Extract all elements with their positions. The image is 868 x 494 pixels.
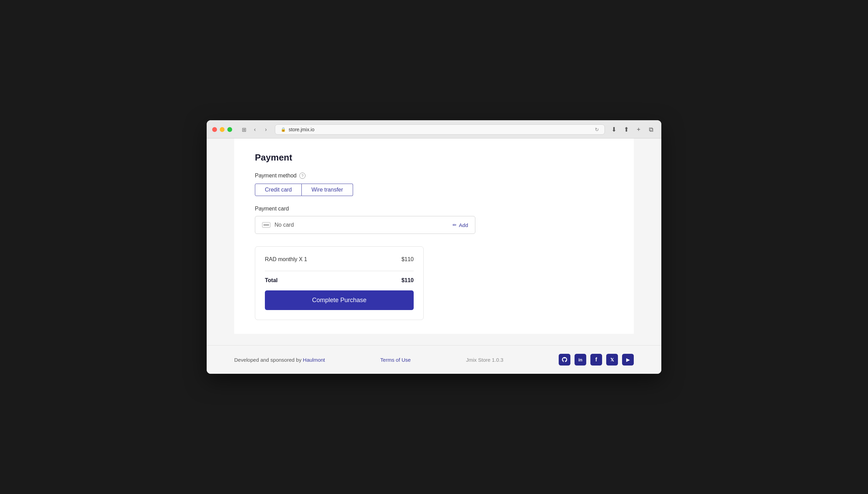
page-title: Payment [255, 152, 613, 163]
download-button[interactable]: ⬇ [609, 125, 619, 134]
version-text: Jmix Store 1.0.3 [466, 357, 503, 363]
order-item-name: RAD monthly X 1 [265, 256, 307, 263]
maximize-button[interactable] [227, 127, 232, 132]
payment-card-label: Payment card [255, 206, 613, 212]
new-tab-button[interactable]: + [634, 125, 643, 134]
order-summary: RAD monthly X 1 $110 Total $110 Complete… [255, 246, 424, 320]
traffic-lights [212, 127, 232, 132]
twitter-icon[interactable]: 𝕏 [606, 354, 618, 366]
payment-method-section: Payment method ? [255, 173, 613, 179]
browser-toolbar: ⊞ ‹ › 🔒 store.jmix.io ↻ ⬇ ⬆ + ⧉ [212, 124, 656, 135]
youtube-icon[interactable]: ▶ [622, 354, 634, 366]
complete-purchase-button[interactable]: Complete Purchase [265, 290, 414, 310]
card-selector-left: No card [262, 222, 294, 228]
tab-wire-transfer[interactable]: Wire transfer [302, 184, 353, 196]
sponsor-link[interactable]: Haulmont [303, 357, 325, 363]
browser-nav: ⊞ ‹ › [239, 125, 271, 134]
url-bar[interactable]: 🔒 store.jmix.io ↻ [275, 124, 605, 135]
order-divider [265, 271, 414, 271]
linkedin-icon[interactable]: in [575, 354, 586, 366]
payment-method-label: Payment method [255, 173, 297, 179]
facebook-icon[interactable]: f [590, 354, 602, 366]
payment-tabs: Credit card Wire transfer [255, 184, 613, 196]
sidebar-toggle-button[interactable]: ⊞ [239, 125, 249, 134]
close-button[interactable] [212, 127, 217, 132]
help-icon[interactable]: ? [299, 173, 306, 179]
browser-actions: ⬇ ⬆ + ⧉ [609, 125, 656, 134]
no-card-text: No card [275, 222, 294, 228]
url-text: store.jmix.io [289, 127, 314, 132]
add-card-button[interactable]: ✏ Add [453, 222, 468, 228]
footer-left: Developed and sponsored by Haulmont [234, 357, 325, 363]
order-total: Total $110 [265, 277, 414, 284]
footer: Developed and sponsored by Haulmont Term… [207, 345, 661, 374]
order-item: RAD monthly X 1 $110 [265, 256, 414, 271]
browser-chrome: ⊞ ‹ › 🔒 store.jmix.io ↻ ⬇ ⬆ + ⧉ [207, 120, 661, 138]
tabs-button[interactable]: ⧉ [646, 125, 656, 134]
share-button[interactable]: ⬆ [621, 125, 631, 134]
minimize-button[interactable] [220, 127, 225, 132]
tab-credit-card[interactable]: Credit card [255, 184, 302, 196]
total-price: $110 [401, 277, 414, 284]
page-content: Payment Payment method ? Credit card Wir… [207, 138, 661, 345]
svg-rect-0 [264, 224, 269, 226]
developed-text: Developed and sponsored by [234, 357, 301, 363]
back-button[interactable]: ‹ [250, 125, 260, 134]
lock-icon: 🔒 [281, 127, 286, 132]
forward-button[interactable]: › [261, 125, 271, 134]
order-item-price: $110 [401, 256, 414, 263]
github-icon[interactable] [559, 354, 570, 366]
reload-icon[interactable]: ↻ [595, 127, 599, 132]
card-icon [262, 222, 270, 228]
total-label: Total [265, 277, 278, 284]
main-card: Payment Payment method ? Credit card Wir… [234, 138, 634, 334]
browser-window: ⊞ ‹ › 🔒 store.jmix.io ↻ ⬇ ⬆ + ⧉ Payment … [207, 120, 661, 374]
footer-social: in f 𝕏 ▶ [559, 354, 634, 366]
add-button-label: Add [459, 222, 468, 228]
terms-link[interactable]: Terms of Use [380, 357, 411, 363]
edit-icon: ✏ [453, 222, 457, 228]
card-selector: No card ✏ Add [255, 216, 475, 234]
